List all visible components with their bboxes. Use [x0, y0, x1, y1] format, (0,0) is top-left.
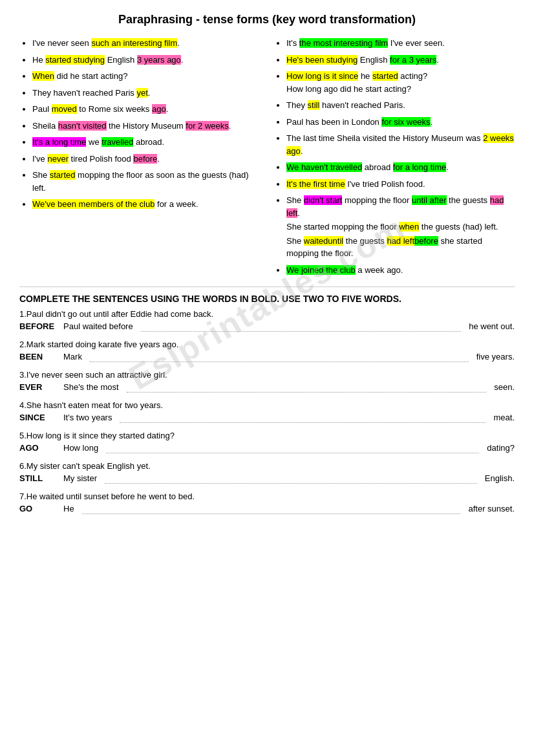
text-part: yet	[136, 88, 147, 98]
text-part: until after	[412, 195, 446, 205]
dotted-line	[90, 352, 469, 362]
text-part: Sheila	[32, 121, 58, 131]
exercise-sentence: 4.She hasn't eaten meat for two years.	[19, 400, 515, 410]
answer-line: AGOHow long dating?	[19, 443, 515, 453]
text-part: started	[50, 170, 76, 180]
text-part: They	[286, 100, 308, 110]
text-part: .	[446, 162, 449, 172]
text-part: a week ago.	[356, 265, 403, 275]
divider	[19, 286, 515, 287]
text-part: The last time Sheila visited the History…	[286, 133, 483, 143]
text-part: .	[229, 121, 231, 131]
answer-line: SINCEIt's two years meat.	[19, 413, 515, 423]
text-part: She started mopping the floor	[286, 222, 399, 232]
list-item: It's the first time I've tried Polish fo…	[286, 178, 515, 191]
left-list: I've never seen such an interesting film…	[19, 37, 261, 211]
text-part: It's the first time	[286, 179, 345, 189]
exercise-sentence: 2.Mark started doing karate five years a…	[19, 340, 515, 349]
text-part: the History Museum	[107, 121, 186, 131]
dotted-line	[120, 413, 486, 423]
answer-line: BEENMark five years.	[19, 352, 515, 362]
text-part: such an interesting film	[91, 38, 177, 48]
left-column: I've never seen such an interesting film…	[19, 37, 261, 280]
list-item: The last time Sheila visited the History…	[286, 132, 515, 157]
list-item: It's a long time we travelled abroad.	[32, 136, 261, 149]
list-item: Paul has been in London for six weeks.	[286, 116, 515, 129]
text-part: .	[157, 154, 160, 164]
text-part: It's a long time	[32, 137, 86, 147]
text-part: How long is it since	[286, 71, 358, 81]
exercise-sentence: 3.I've never seen such an attractive gir…	[19, 370, 515, 380]
dotted-line	[127, 382, 487, 393]
exercise-item: 1.Paul didn't go out until after Eddie h…	[19, 309, 515, 332]
list-item: They haven't reached Paris yet.	[32, 87, 261, 100]
list-item: We haven't travelled abroad for a long t…	[286, 161, 515, 174]
text-part: when	[399, 222, 419, 232]
answer-suffix: dating?	[487, 443, 515, 453]
answer-prefix: My sister	[63, 473, 97, 483]
dotted-line	[106, 443, 479, 453]
answer-suffix: he went out.	[469, 321, 515, 331]
text-part: the guests (had) left.	[419, 222, 498, 232]
exercise-item: 2.Mark started doing karate five years a…	[19, 340, 515, 362]
text-part: for six weeks	[381, 117, 430, 127]
text-part: How long ago	[286, 84, 338, 94]
list-item: He's been studying English for a 3 years…	[286, 54, 515, 67]
text-part: we	[86, 137, 101, 147]
text-part: before	[414, 236, 438, 246]
answer-suffix: five years.	[476, 352, 515, 362]
text-part: abroad.	[133, 137, 164, 147]
list-item: We joined the club a week ago.	[286, 264, 515, 277]
answer-line: EVERShe's the most seen.	[19, 382, 515, 393]
exercises-container: 1.Paul didn't go out until after Eddie h…	[19, 309, 515, 514]
text-part: .	[431, 117, 433, 127]
list-item: I've never seen such an interesting film…	[32, 37, 261, 50]
exercise-sentence: 7.He waited until sunset before he went …	[19, 491, 515, 501]
answer-prefix: She's the most	[63, 382, 119, 392]
text-part: for a 3 years	[390, 55, 436, 65]
text-part: moved	[52, 104, 77, 114]
answer-suffix: seen.	[494, 382, 515, 392]
text-part: ago	[152, 104, 166, 114]
text-part: hasn't visited	[58, 121, 107, 131]
answer-line: GOHe after sunset.	[19, 504, 515, 514]
text-part: had left	[387, 236, 414, 246]
right-column: It's the most interesting film I've ever…	[273, 37, 515, 280]
list-item: Sheila hasn't visited the History Museum…	[32, 120, 261, 133]
key-word: STILL	[19, 473, 58, 483]
list-item: She started mopping the floor as soon as…	[32, 169, 261, 194]
text-part: 3 years ago	[137, 55, 181, 65]
answer-prefix: Paul waited before	[63, 321, 133, 331]
list-item: He started studying English 3 years ago.	[32, 54, 261, 67]
text-part: for a week.	[155, 199, 198, 209]
text-part: When	[32, 71, 54, 81]
text-part: didn't start	[304, 195, 343, 205]
text-part: We haven't travelled	[286, 162, 362, 172]
text-part: I've	[32, 154, 47, 164]
list-item: I've never tired Polish food before.	[32, 153, 261, 166]
right-list: It's the most interesting film I've ever…	[273, 37, 515, 276]
text-part: Paul	[32, 104, 52, 114]
exercise-sentence: 5.How long is it since they started dati…	[19, 431, 515, 440]
exercise-item: 7.He waited until sunset before he went …	[19, 491, 515, 514]
text-part: never	[47, 154, 69, 164]
text-part: for 2 weeks	[186, 121, 228, 131]
key-word: SINCE	[19, 413, 58, 422]
list-item: It's the most interesting film I've ever…	[286, 37, 515, 50]
answer-line: STILLMy sister English.	[19, 473, 515, 484]
sub-bullet: She didn't start mopping the floor until…	[286, 194, 515, 219]
key-word: EVER	[19, 382, 58, 392]
text-part: did he start acting?	[338, 84, 411, 94]
text-part: acting?	[398, 71, 428, 81]
text-part: started studying	[45, 55, 105, 65]
text-part: Paul has been in London	[286, 117, 381, 127]
key-word: GO	[19, 504, 58, 513]
list-item: When did he start acting?	[32, 70, 261, 83]
text-part: .	[148, 88, 151, 98]
answer-line: BEFOREPaul waited before he went out.	[19, 321, 515, 332]
text-part: waited	[304, 236, 328, 246]
answer-suffix: after sunset.	[468, 504, 515, 513]
text-part: the guests	[343, 236, 387, 246]
text-part: She	[286, 195, 304, 205]
dotted-line	[82, 504, 461, 514]
